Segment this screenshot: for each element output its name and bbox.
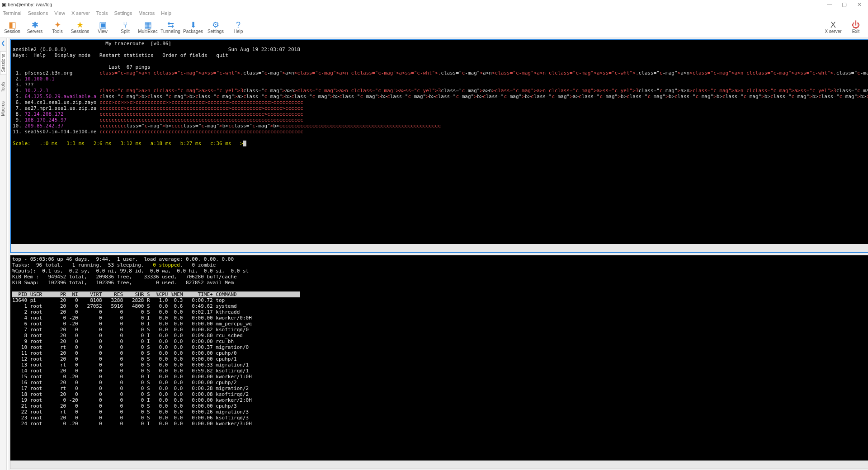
toolbar-x-server[interactable]: XX server (822, 21, 844, 34)
exit-icon: ⏻ (852, 21, 860, 29)
toolbar-servers[interactable]: ✱Servers (24, 21, 46, 34)
toolbar-label: Help (234, 29, 243, 34)
vtab-macros[interactable]: Macros (0, 99, 6, 118)
menu-tools[interactable]: Tools (96, 10, 108, 16)
menu-terminal[interactable]: Terminal (3, 10, 22, 16)
toolbar-label: Exit (852, 29, 860, 34)
split-icon: ⑂ (123, 21, 128, 29)
help-icon: ? (236, 21, 241, 29)
toolbar-help[interactable]: ?Help (227, 21, 250, 34)
toolbar-label: Sessions (71, 29, 90, 34)
toolbar-label: Tunneling (160, 29, 180, 34)
toolbar-packages[interactable]: ⬇Packages (182, 21, 204, 34)
maximize-button[interactable]: ▢ (838, 1, 851, 8)
toolbar-label: Packages (183, 29, 203, 34)
terminal-pane-raspberrypi[interactable]: top - 05:03:06 up 46 days, 9:44, 1 user,… (10, 255, 868, 469)
menu-macros[interactable]: Macros (138, 10, 155, 16)
x server-icon: X (830, 21, 836, 29)
toolbar-multiexec[interactable]: ▦MultiExec (137, 21, 159, 34)
view-icon: ▣ (99, 21, 107, 29)
terminal-pane-ansible[interactable]: My traceroute [v0.86] ansible2 (0.0.0.0)… (10, 39, 868, 253)
app-icon: ▣ (2, 2, 8, 7)
quick-connect-icon[interactable]: ❮ (1, 40, 5, 46)
vtab-tools[interactable]: Tools (0, 80, 6, 94)
toolbar-label: Settings (208, 29, 224, 34)
toolbar-settings[interactable]: ⚙Settings (204, 21, 227, 34)
tunneling-icon: ⇆ (167, 21, 174, 29)
sessions-icon: ★ (76, 21, 84, 29)
session-icon: ◧ (9, 21, 16, 29)
toolbar-label: View (98, 29, 108, 34)
terminal-output: My traceroute [v0.86] ansible2 (0.0.0.0)… (11, 40, 868, 244)
multiexec-icon: ▦ (144, 21, 152, 29)
toolbar-label: MultiExec (138, 29, 157, 34)
packages-icon: ⬇ (190, 21, 197, 29)
toolbar-split[interactable]: ⑂Split (114, 21, 137, 34)
terminal-grid: My traceroute [v0.86] ansible2 (0.0.0.0)… (9, 38, 868, 470)
toolbar-exit[interactable]: ⏻Exit (844, 21, 867, 34)
menu-x-server[interactable]: X server (71, 10, 90, 16)
close-button[interactable]: ✕ (853, 1, 866, 8)
toolbar-label: Session (4, 29, 20, 34)
servers-icon: ✱ (32, 21, 38, 29)
toolbar-sessions[interactable]: ★Sessions (69, 21, 91, 34)
toolbar-label: Tools (52, 29, 62, 34)
toolbar-label: Split (121, 29, 129, 34)
menu-sessions[interactable]: Sessions (28, 10, 48, 16)
toolbar-label: X server (825, 29, 841, 34)
toolbar-tunneling[interactable]: ⇆Tunneling (159, 21, 182, 34)
vtab-sessions[interactable]: Sessions (0, 52, 6, 75)
window-titlebar: ▣ ben@emby: /var/log — ▢ ✕ (0, 0, 868, 9)
window-title: ben@emby: /var/log (8, 2, 52, 7)
tools-icon: ✦ (54, 21, 61, 29)
toolbar-view[interactable]: ▣View (91, 21, 114, 34)
settings-icon: ⚙ (212, 21, 219, 29)
toolbar-label: Servers (27, 29, 42, 34)
terminal-output: top - 05:03:06 up 46 days, 9:44, 1 user,… (10, 255, 868, 461)
menu-settings[interactable]: Settings (114, 10, 132, 16)
toolbar-session[interactable]: ◧Session (1, 21, 24, 34)
menubar: TerminalSessionsViewX serverToolsSetting… (0, 9, 868, 17)
toolbar: ◧Session✱Servers✦Tools★Sessions▣View⑂Spl… (0, 17, 868, 38)
minimize-button[interactable]: — (823, 1, 836, 8)
toolbar-tools[interactable]: ✦Tools (46, 21, 69, 34)
menu-help[interactable]: Help (161, 10, 171, 16)
menu-view[interactable]: View (54, 10, 65, 16)
side-tabs: ❮ SessionsToolsMacros (0, 38, 7, 470)
